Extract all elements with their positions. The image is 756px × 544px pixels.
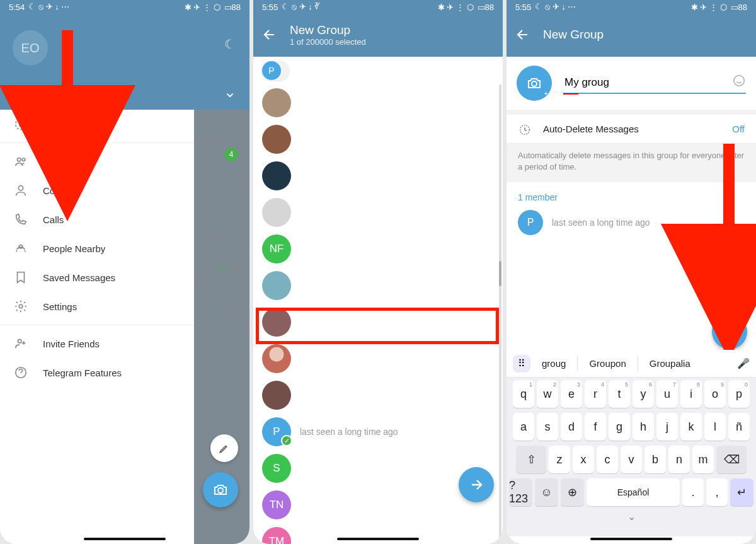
contact-row[interactable] [253, 304, 503, 340]
svg-point-7 [19, 304, 23, 308]
contact-row[interactable] [253, 340, 503, 377]
member-row[interactable]: P last seen a long time ago [507, 206, 756, 239]
keyboard-key[interactable]: b [644, 446, 666, 473]
keyboard-key[interactable]: d [561, 413, 582, 441]
status-time: 5:55 [515, 3, 531, 12]
keyboard-key[interactable]: r4 [585, 380, 606, 408]
menu-invite-friends[interactable]: Invite Friends [0, 329, 195, 358]
contact-row[interactable]: P✓last seen a long time ago [253, 414, 503, 450]
keyboard-key[interactable]: o9 [704, 380, 726, 408]
member-avatar: P [518, 210, 543, 235]
keyboard-key[interactable]: m [692, 446, 714, 473]
keyboard-key[interactable]: n [668, 446, 690, 473]
keyboard-key[interactable]: Español [587, 478, 680, 506]
mic-icon[interactable]: 🎤 [737, 357, 750, 369]
suggestion[interactable]: Groupalia [643, 358, 697, 369]
contact-row[interactable]: NF [253, 231, 503, 267]
keyboard-key[interactable]: ☺ [535, 478, 558, 506]
keyboard-collapse[interactable]: ⌄ [507, 509, 756, 524]
svg-point-3 [18, 158, 21, 162]
keyboard-key[interactable]: c [597, 446, 618, 473]
status-icons: ✱ ✈ ⋮ ⬡ [185, 3, 220, 12]
camera-fab[interactable] [203, 472, 238, 507]
keyboard-app-icon[interactable]: ⠿ [513, 355, 530, 373]
contact-row[interactable]: TM [253, 523, 503, 544]
group-name-input[interactable] [563, 72, 746, 94]
chevron-down-icon[interactable] [224, 90, 236, 101]
emoji-icon[interactable] [732, 74, 746, 88]
svg-point-8 [18, 340, 21, 344]
contact-row[interactable] [253, 377, 503, 414]
keyboard-key[interactable]: w2 [537, 380, 558, 408]
suggestion[interactable]: Groupon [583, 358, 632, 369]
suggestion[interactable]: groug [536, 358, 572, 369]
menu-contacts[interactable]: Contacts [0, 176, 195, 205]
keyboard-key[interactable]: ⊕ [561, 478, 584, 506]
keyboard-key[interactable]: e3 [561, 380, 582, 408]
chat-day: Thu [199, 180, 244, 190]
keyboard-key[interactable]: x [573, 446, 594, 473]
keyboard-key[interactable]: s [537, 413, 558, 441]
keyboard-key[interactable]: ⇧ [516, 446, 546, 473]
keyboard-key[interactable]: a [513, 413, 534, 441]
contact-row[interactable] [253, 194, 503, 231]
contact-row[interactable] [253, 84, 503, 121]
menu-saved-messages[interactable]: Saved Messages [0, 263, 195, 292]
contact-avatar: S [262, 454, 291, 483]
keyboard-key[interactable]: p0 [728, 380, 750, 408]
keyboard-key[interactable]: ?123 [509, 478, 532, 506]
menu-my-stories[interactable]: My Stories [0, 110, 195, 139]
drawer-header: 5:54☾ ⦸ ✈ ↓ ⋯ ✱ ✈ ⋮ ⬡▭88 EO ☾ [0, 0, 249, 110]
keyboard-key[interactable]: u7 [656, 380, 678, 408]
keyboard-key[interactable]: k [680, 413, 702, 441]
chip-avatar: P [262, 61, 281, 80]
keyboard-key[interactable]: f [585, 413, 606, 441]
user-avatar[interactable]: EO [13, 30, 48, 66]
group-photo-button[interactable]: + [517, 66, 552, 101]
battery-icon: ▭88 [731, 3, 747, 12]
keyboard-key[interactable]: t5 [609, 380, 630, 408]
selected-chips-row: P [253, 57, 503, 84]
menu-settings[interactable]: Settings [0, 292, 195, 321]
keyboard-key[interactable]: g [609, 413, 630, 441]
keyboard-key[interactable]: ↵ [730, 478, 753, 506]
back-button[interactable] [515, 27, 530, 42]
back-button[interactable] [262, 27, 277, 42]
menu-people-nearby[interactable]: People Nearby [0, 234, 195, 263]
chat-snippet: abido… [199, 233, 244, 243]
next-fab[interactable] [459, 467, 494, 502]
keyboard-key[interactable]: y6 [633, 380, 654, 408]
keyboard-key[interactable]: h [633, 413, 654, 441]
keyboard-key[interactable]: i8 [680, 380, 702, 408]
keyboard-key[interactable]: l [704, 413, 726, 441]
group-name-row: + [507, 57, 756, 110]
menu-calls[interactable]: Calls [0, 205, 195, 234]
keyboard-key[interactable]: ⌫ [716, 446, 747, 473]
night-mode-icon[interactable]: ☾ [224, 37, 236, 52]
menu-label: My Stories [43, 119, 88, 130]
compose-button[interactable] [210, 434, 238, 462]
confirm-fab[interactable] [712, 314, 747, 349]
setting-label: Auto-Delete Messages [543, 124, 639, 134]
keyboard-key[interactable]: , [706, 478, 728, 506]
chat-day: ✓✓ Tue [199, 263, 244, 273]
soft-keyboard[interactable]: ⠿ groug Groupon Groupalia 🎤 q1w2e3r4t5y6… [507, 350, 756, 536]
selected-chip[interactable]: P [261, 61, 290, 81]
screen-title: New Group [290, 23, 366, 37]
menu-telegram-features[interactable]: Telegram Features [0, 358, 195, 387]
chat-day: Jan 24 [199, 354, 244, 364]
keyboard-key[interactable]: j [656, 413, 678, 441]
chat-snippet: máticas… [199, 277, 244, 287]
contact-row[interactable] [253, 121, 503, 158]
screen-drawer-menu: s, Stic… 05:29 4 Thu Thu abido… ✓✓ Tue m… [0, 0, 249, 544]
keyboard-key[interactable]: ñ [728, 413, 750, 441]
keyboard-key[interactable]: z [549, 446, 570, 473]
menu-new-group[interactable]: New Group [0, 147, 195, 176]
setting-description: Automatically delete messages in this gr… [507, 144, 756, 182]
contact-row[interactable] [253, 267, 503, 304]
keyboard-key[interactable]: v [621, 446, 642, 473]
keyboard-key[interactable]: . [682, 478, 704, 506]
contact-row[interactable] [253, 158, 503, 194]
auto-delete-setting[interactable]: Auto-Delete Messages Off [507, 110, 756, 144]
keyboard-key[interactable]: q1 [513, 380, 534, 408]
